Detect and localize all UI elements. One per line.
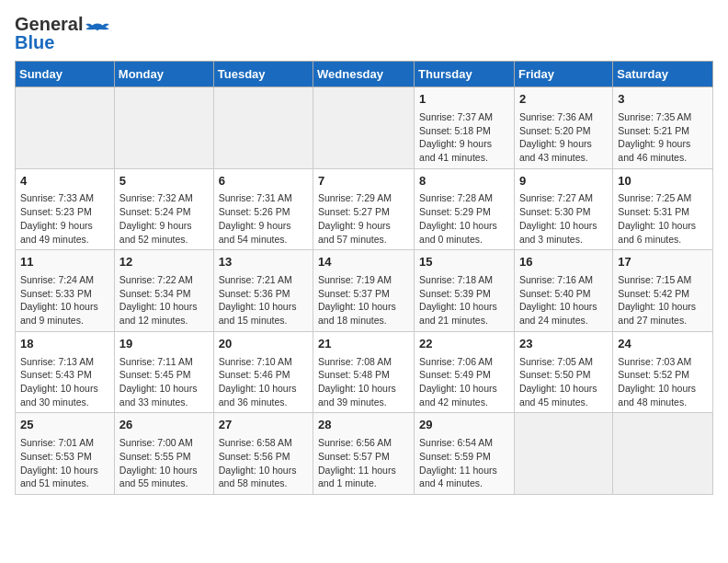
column-header-saturday: Saturday <box>613 62 713 87</box>
calendar-week-row: 1Sunrise: 7:37 AM Sunset: 5:18 PM Daylig… <box>16 87 713 169</box>
calendar-cell <box>16 87 115 169</box>
column-header-sunday: Sunday <box>16 62 115 87</box>
calendar-cell: 16Sunrise: 7:16 AM Sunset: 5:40 PM Dayli… <box>514 250 612 332</box>
day-number: 22 <box>419 336 509 353</box>
calendar-cell: 29Sunrise: 6:54 AM Sunset: 5:59 PM Dayli… <box>415 413 515 495</box>
day-number: 15 <box>419 254 509 271</box>
column-header-thursday: Thursday <box>415 62 515 87</box>
day-detail: Sunrise: 6:56 AM Sunset: 5:57 PM Dayligh… <box>318 436 409 490</box>
day-detail: Sunrise: 7:31 AM Sunset: 5:26 PM Dayligh… <box>219 191 308 246</box>
day-number: 8 <box>419 173 509 190</box>
day-detail: Sunrise: 6:58 AM Sunset: 5:56 PM Dayligh… <box>219 436 308 490</box>
day-number: 19 <box>119 336 209 353</box>
day-number: 11 <box>20 254 109 271</box>
calendar-cell: 13Sunrise: 7:21 AM Sunset: 5:36 PM Dayli… <box>213 250 313 332</box>
calendar-cell: 23Sunrise: 7:05 AM Sunset: 5:50 PM Dayli… <box>514 331 612 413</box>
day-detail: Sunrise: 7:28 AM Sunset: 5:29 PM Dayligh… <box>419 191 509 246</box>
calendar-cell: 25Sunrise: 7:01 AM Sunset: 5:53 PM Dayli… <box>16 413 115 495</box>
logo: General Blue <box>15 15 110 52</box>
day-detail: Sunrise: 7:10 AM Sunset: 5:46 PM Dayligh… <box>219 355 308 409</box>
day-detail: Sunrise: 7:35 AM Sunset: 5:21 PM Dayligh… <box>618 110 708 165</box>
calendar-cell: 6Sunrise: 7:31 AM Sunset: 5:26 PM Daylig… <box>213 168 313 250</box>
day-number: 14 <box>318 254 409 271</box>
calendar-cell: 24Sunrise: 7:03 AM Sunset: 5:52 PM Dayli… <box>613 331 713 413</box>
column-header-friday: Friday <box>514 62 612 87</box>
calendar-table: SundayMondayTuesdayWednesdayThursdayFrid… <box>15 61 713 495</box>
day-number: 28 <box>318 417 409 434</box>
day-detail: Sunrise: 7:25 AM Sunset: 5:31 PM Dayligh… <box>618 191 708 246</box>
day-detail: Sunrise: 7:01 AM Sunset: 5:53 PM Dayligh… <box>20 436 109 490</box>
day-detail: Sunrise: 7:33 AM Sunset: 5:23 PM Dayligh… <box>20 191 109 246</box>
day-number: 16 <box>519 254 608 271</box>
day-detail: Sunrise: 7:15 AM Sunset: 5:42 PM Dayligh… <box>618 273 708 327</box>
calendar-header-row: SundayMondayTuesdayWednesdayThursdayFrid… <box>16 62 713 87</box>
calendar-cell: 10Sunrise: 7:25 AM Sunset: 5:31 PM Dayli… <box>613 168 713 250</box>
column-header-monday: Monday <box>114 62 213 87</box>
day-number: 18 <box>20 336 109 353</box>
day-number: 2 <box>519 91 608 109</box>
day-number: 1 <box>419 91 509 109</box>
day-detail: Sunrise: 7:05 AM Sunset: 5:50 PM Dayligh… <box>519 355 608 409</box>
calendar-cell: 26Sunrise: 7:00 AM Sunset: 5:55 PM Dayli… <box>114 413 213 495</box>
day-detail: Sunrise: 7:36 AM Sunset: 5:20 PM Dayligh… <box>519 110 608 165</box>
day-detail: Sunrise: 7:13 AM Sunset: 5:43 PM Dayligh… <box>20 355 109 409</box>
day-detail: Sunrise: 7:21 AM Sunset: 5:36 PM Dayligh… <box>219 273 308 327</box>
calendar-cell: 19Sunrise: 7:11 AM Sunset: 5:45 PM Dayli… <box>114 331 213 413</box>
day-detail: Sunrise: 7:03 AM Sunset: 5:52 PM Dayligh… <box>618 355 708 409</box>
day-number: 29 <box>419 417 509 434</box>
day-detail: Sunrise: 7:37 AM Sunset: 5:18 PM Dayligh… <box>419 110 509 165</box>
day-detail: Sunrise: 7:16 AM Sunset: 5:40 PM Dayligh… <box>519 273 608 327</box>
day-number: 24 <box>618 336 708 353</box>
day-number: 9 <box>519 173 608 190</box>
calendar-cell <box>313 87 415 169</box>
day-number: 6 <box>219 173 308 190</box>
day-detail: Sunrise: 7:24 AM Sunset: 5:33 PM Dayligh… <box>20 273 109 327</box>
day-detail: Sunrise: 7:00 AM Sunset: 5:55 PM Dayligh… <box>119 436 209 490</box>
calendar-cell: 8Sunrise: 7:28 AM Sunset: 5:29 PM Daylig… <box>415 168 515 250</box>
calendar-cell: 5Sunrise: 7:32 AM Sunset: 5:24 PM Daylig… <box>114 168 213 250</box>
day-number: 13 <box>219 254 308 271</box>
day-number: 5 <box>119 173 209 190</box>
column-header-tuesday: Tuesday <box>213 62 313 87</box>
day-number: 7 <box>318 173 409 190</box>
calendar-cell: 20Sunrise: 7:10 AM Sunset: 5:46 PM Dayli… <box>213 331 313 413</box>
day-detail: Sunrise: 7:19 AM Sunset: 5:37 PM Dayligh… <box>318 273 409 327</box>
calendar-cell: 1Sunrise: 7:37 AM Sunset: 5:18 PM Daylig… <box>415 87 515 169</box>
calendar-cell <box>213 87 313 169</box>
day-detail: Sunrise: 7:27 AM Sunset: 5:30 PM Dayligh… <box>519 191 608 246</box>
calendar-week-row: 11Sunrise: 7:24 AM Sunset: 5:33 PM Dayli… <box>16 250 713 332</box>
column-header-wednesday: Wednesday <box>313 62 415 87</box>
day-detail: Sunrise: 7:22 AM Sunset: 5:34 PM Dayligh… <box>119 273 209 327</box>
calendar-cell <box>514 413 612 495</box>
calendar-week-row: 25Sunrise: 7:01 AM Sunset: 5:53 PM Dayli… <box>16 413 713 495</box>
calendar-cell: 21Sunrise: 7:08 AM Sunset: 5:48 PM Dayli… <box>313 331 415 413</box>
day-number: 20 <box>219 336 308 353</box>
day-number: 4 <box>20 173 109 190</box>
calendar-cell: 14Sunrise: 7:19 AM Sunset: 5:37 PM Dayli… <box>313 250 415 332</box>
calendar-cell: 11Sunrise: 7:24 AM Sunset: 5:33 PM Dayli… <box>16 250 115 332</box>
calendar-week-row: 18Sunrise: 7:13 AM Sunset: 5:43 PM Dayli… <box>16 331 713 413</box>
calendar-cell: 15Sunrise: 7:18 AM Sunset: 5:39 PM Dayli… <box>415 250 515 332</box>
calendar-cell: 3Sunrise: 7:35 AM Sunset: 5:21 PM Daylig… <box>613 87 713 169</box>
calendar-cell: 7Sunrise: 7:29 AM Sunset: 5:27 PM Daylig… <box>313 168 415 250</box>
page-header: General Blue <box>15 15 713 52</box>
calendar-cell: 9Sunrise: 7:27 AM Sunset: 5:30 PM Daylig… <box>514 168 612 250</box>
calendar-cell: 27Sunrise: 6:58 AM Sunset: 5:56 PM Dayli… <box>213 413 313 495</box>
day-number: 3 <box>618 91 708 109</box>
day-number: 23 <box>519 336 608 353</box>
day-detail: Sunrise: 7:06 AM Sunset: 5:49 PM Dayligh… <box>419 355 509 409</box>
calendar-cell: 17Sunrise: 7:15 AM Sunset: 5:42 PM Dayli… <box>613 250 713 332</box>
day-number: 12 <box>119 254 209 271</box>
day-number: 10 <box>618 173 708 190</box>
day-number: 27 <box>219 417 308 434</box>
logo-bird-icon <box>85 20 110 46</box>
day-detail: Sunrise: 6:54 AM Sunset: 5:59 PM Dayligh… <box>419 436 509 490</box>
calendar-cell: 12Sunrise: 7:22 AM Sunset: 5:34 PM Dayli… <box>114 250 213 332</box>
calendar-cell: 18Sunrise: 7:13 AM Sunset: 5:43 PM Dayli… <box>16 331 115 413</box>
calendar-cell: 22Sunrise: 7:06 AM Sunset: 5:49 PM Dayli… <box>415 331 515 413</box>
calendar-cell: 2Sunrise: 7:36 AM Sunset: 5:20 PM Daylig… <box>514 87 612 169</box>
day-number: 17 <box>618 254 708 271</box>
calendar-cell <box>613 413 713 495</box>
day-detail: Sunrise: 7:11 AM Sunset: 5:45 PM Dayligh… <box>119 355 209 409</box>
logo-blue: Blue <box>15 33 83 52</box>
